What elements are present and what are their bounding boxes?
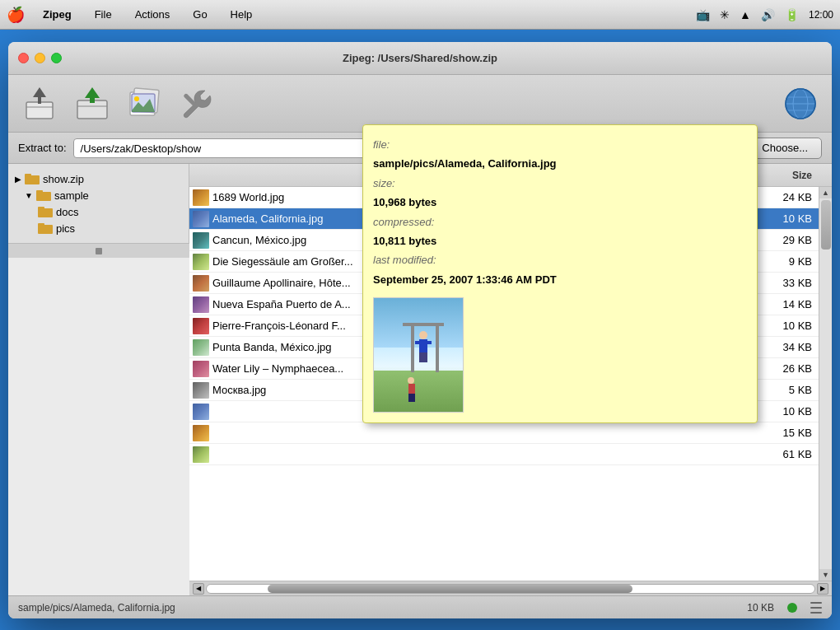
file-size: 14 KB (753, 298, 819, 310)
svg-point-31 (419, 331, 427, 339)
sidebar-label-pics: pics (56, 222, 75, 235)
file-thumbnail (193, 254, 209, 270)
scroll-left-arrow[interactable]: ◀ (193, 583, 204, 595)
tooltip-file-label: file: (373, 138, 390, 151)
sidebar-scroll-indicator (96, 248, 102, 254)
sidebar-item-showzip[interactable]: ▶ show.zip (8, 170, 189, 187)
file-size: 9 KB (753, 255, 819, 268)
apple-menu[interactable]: 🍎 (7, 6, 25, 24)
sidebar-scrollbar[interactable] (8, 243, 189, 258)
svg-rect-4 (77, 100, 107, 119)
svg-rect-30 (436, 323, 439, 372)
sidebar-item-docs[interactable]: docs (8, 203, 189, 220)
choose-button[interactable]: Choose... (748, 138, 822, 159)
file-size: 33 KB (753, 277, 819, 289)
file-thumbnail (193, 189, 209, 206)
right-scrollbar[interactable]: ▲ ▼ (819, 187, 832, 581)
statusbar-path: sample/pics/Alameda, California.jpg (18, 602, 734, 614)
traffic-lights (18, 53, 62, 63)
extract-selected-button[interactable] (74, 86, 110, 122)
titlebar: Zipeg: /Users/Shared/show.zip (8, 42, 832, 75)
sidebar-item-pics[interactable]: pics (8, 220, 189, 236)
resize-handle[interactable] (810, 602, 822, 614)
wifi-icon: ▲ (740, 8, 751, 21)
svg-rect-0 (26, 102, 53, 119)
scroll-right-arrow[interactable]: ▶ (817, 583, 828, 595)
file-thumbnail (193, 446, 209, 463)
tools-icon (180, 86, 216, 122)
svg-rect-39 (408, 394, 412, 402)
file-thumbnail (193, 296, 209, 313)
file-size: 34 KB (753, 341, 819, 353)
file-size: 61 KB (753, 448, 819, 460)
svg-rect-40 (412, 394, 415, 402)
globe-icon (782, 86, 819, 122)
tooltip-compressed-value: 10,811 bytes (373, 235, 436, 247)
tooltip-size-label: size: (373, 177, 395, 189)
extract-selected-icon (74, 86, 110, 122)
preview-button[interactable] (127, 86, 163, 122)
sidebar-label-showzip: show.zip (43, 173, 84, 185)
file-thumbnail (193, 232, 209, 249)
svg-rect-33 (415, 341, 422, 344)
bluetooth-icon: ✳ (720, 8, 730, 21)
col-header-size[interactable]: Size (753, 164, 819, 186)
menu-go[interactable]: Go (188, 7, 212, 22)
file-size: 5 KB (753, 384, 819, 396)
file-thumbnail (193, 404, 209, 420)
time-display: 12:00 (809, 9, 833, 21)
svg-marker-2 (33, 87, 46, 97)
scroll-up-arrow[interactable]: ▲ (820, 187, 832, 198)
expand-icon: ▶ (15, 175, 21, 184)
window-title: Zipeg: /Users/Shared/show.zip (343, 52, 497, 64)
menubar: 🍎 Zipeg File Actions Go Help 📺 ✳ ▲ 🔊 🔋 1… (0, 0, 840, 30)
svg-rect-38 (408, 384, 415, 395)
svg-rect-3 (38, 97, 41, 104)
statusbar: sample/pics/Alameda, California.jpg 10 K… (8, 595, 832, 618)
tooltip-file-value: sample/pics/Alameda, California.jpg (373, 157, 557, 170)
desktop: Zipeg: /Users/Shared/show.zip (0, 30, 840, 630)
network-button[interactable] (782, 86, 819, 122)
preferences-button[interactable] (180, 86, 216, 122)
svg-rect-34 (425, 341, 432, 344)
menu-file[interactable]: File (90, 7, 117, 22)
file-row[interactable]: 61 KB (189, 444, 819, 465)
svg-rect-28 (411, 323, 414, 372)
tooltip-modified-value: September 25, 2007 1:33:46 AM PDT (373, 273, 557, 286)
sidebar-label-sample: sample (54, 189, 89, 202)
file-thumbnail (193, 275, 209, 292)
tooltip-image (373, 297, 464, 413)
menu-zipeg[interactable]: Zipeg (38, 7, 77, 22)
file-thumbnail (193, 318, 209, 334)
h-scrollbar[interactable] (206, 584, 815, 594)
svg-rect-36 (423, 352, 427, 362)
file-size: 10 KB (753, 320, 819, 332)
file-size: 24 KB (753, 191, 819, 203)
svg-rect-23 (36, 190, 43, 194)
folder-icon-docs (38, 205, 53, 218)
svg-marker-6 (85, 87, 100, 98)
sidebar-item-sample[interactable]: ▼ sample (8, 187, 189, 203)
h-scrollbar-area: ◀ ▶ (189, 581, 832, 595)
app-window: Zipeg: /Users/Shared/show.zip (8, 42, 832, 618)
file-size: 10 KB (753, 405, 819, 418)
h-scrollbar-thumb (268, 585, 632, 593)
file-row[interactable]: 15 KB (189, 422, 819, 444)
menu-actions[interactable]: Actions (130, 7, 175, 22)
sidebar: ▶ show.zip ▼ sample (8, 164, 189, 243)
svg-rect-35 (419, 352, 423, 362)
status-indicator (787, 603, 797, 613)
close-button[interactable] (18, 53, 29, 63)
svg-rect-25 (38, 207, 44, 210)
file-thumbnail (193, 425, 209, 441)
minimize-button[interactable] (35, 53, 45, 63)
extract-button[interactable] (21, 86, 58, 122)
extract-label: Extract to: (18, 142, 67, 154)
preview-svg (386, 306, 452, 405)
tooltip-modified-label: last modified: (373, 254, 436, 266)
menu-help[interactable]: Help (226, 7, 258, 22)
svg-rect-7 (90, 98, 95, 103)
scroll-track[interactable] (819, 198, 832, 569)
scroll-down-arrow[interactable]: ▼ (820, 569, 832, 581)
maximize-button[interactable] (51, 53, 62, 63)
